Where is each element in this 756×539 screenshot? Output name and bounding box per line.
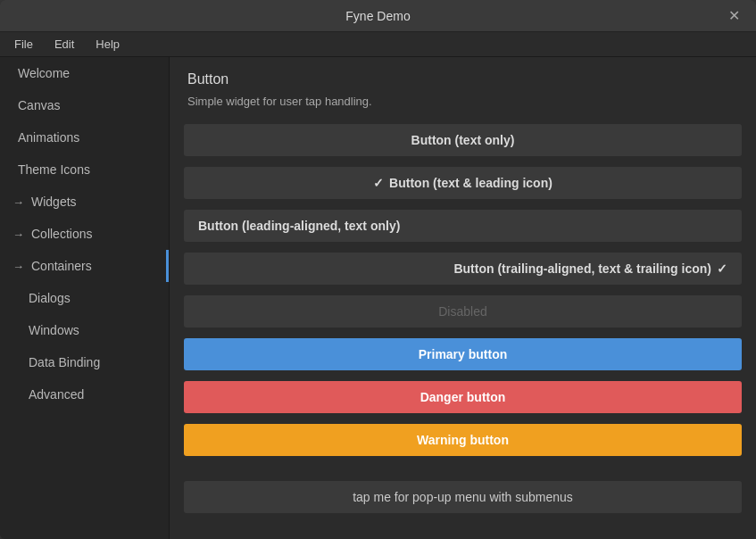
- sidebar: Welcome Canvas Animations Theme Icons → …: [0, 57, 170, 539]
- title-bar: Fyne Demo ✕: [0, 0, 756, 32]
- sidebar-item-collections[interactable]: → Collections: [0, 218, 169, 250]
- button-trailing-aligned[interactable]: Button (trailing-aligned, text & trailin…: [184, 253, 742, 285]
- sidebar-item-label: Containers: [31, 259, 92, 273]
- menu-bar: File Edit Help: [0, 32, 756, 57]
- button-row-danger: Danger button: [170, 376, 756, 419]
- button-row-trailing-aligned: Button (trailing-aligned, text & trailin…: [170, 247, 756, 290]
- sidebar-item-label: Canvas: [18, 98, 60, 112]
- button-row-popup: tap me for pop-up menu with submenus: [170, 476, 756, 518]
- sidebar-item-welcome[interactable]: Welcome: [0, 57, 169, 89]
- menu-edit[interactable]: Edit: [51, 36, 78, 53]
- sidebar-item-containers[interactable]: → Containers: [0, 250, 169, 282]
- button-row-disabled: Disabled: [170, 290, 756, 333]
- sidebar-item-data-binding[interactable]: Data Binding: [0, 346, 169, 378]
- close-button[interactable]: ✕: [723, 5, 745, 26]
- sidebar-item-label: Advanced: [29, 387, 84, 402]
- content-area: Welcome Canvas Animations Theme Icons → …: [0, 57, 756, 539]
- menu-help[interactable]: Help: [92, 36, 123, 53]
- sidebar-item-label: Animations: [18, 130, 79, 145]
- sidebar-item-label: Widgets: [31, 195, 77, 209]
- button-warning[interactable]: Warning button: [184, 424, 742, 456]
- button-row-text-leading: ✓ Button (text & leading icon): [170, 162, 756, 204]
- button-label: Button (text & leading icon): [389, 176, 552, 190]
- sidebar-item-dialogs[interactable]: Dialogs: [0, 282, 169, 314]
- sidebar-item-animations[interactable]: Animations: [0, 121, 169, 153]
- button-label: Button (trailing-aligned, text & trailin…: [453, 261, 711, 276]
- checkmark-icon: ✓: [717, 261, 727, 276]
- button-popup[interactable]: tap me for pop-up menu with submenus: [184, 481, 742, 513]
- button-leading-aligned[interactable]: Button (leading-aligned, text only): [184, 210, 742, 242]
- page-description: Simple widget for user tap handling.: [170, 95, 756, 119]
- button-text-leading[interactable]: ✓ Button (text & leading icon): [184, 167, 742, 199]
- menu-file[interactable]: File: [11, 36, 37, 53]
- button-row-primary: Primary button: [170, 333, 756, 376]
- sidebar-item-label: Welcome: [18, 66, 70, 80]
- main-content: Button Simple widget for user tap handli…: [170, 57, 756, 539]
- button-disabled: Disabled: [184, 295, 742, 328]
- sidebar-item-widgets[interactable]: → Widgets: [0, 186, 169, 218]
- window-title: Fyne Demo: [345, 9, 410, 23]
- arrow-icon: →: [12, 195, 24, 209]
- arrow-icon: →: [12, 260, 24, 273]
- sidebar-item-theme-icons[interactable]: Theme Icons: [0, 153, 169, 186]
- spacer: [170, 461, 756, 476]
- arrow-icon: →: [12, 228, 24, 241]
- button-row-leading-aligned: Button (leading-aligned, text only): [170, 204, 756, 247]
- button-primary[interactable]: Primary button: [184, 338, 742, 370]
- sidebar-item-label: Theme Icons: [18, 162, 90, 177]
- app-window: Fyne Demo ✕ File Edit Help Welcome Canva…: [0, 0, 756, 539]
- sidebar-item-label: Data Binding: [29, 355, 100, 369]
- page-title: Button: [170, 57, 756, 95]
- sidebar-item-label: Dialogs: [29, 291, 71, 305]
- checkmark-icon: ✓: [373, 176, 384, 190]
- sidebar-item-canvas[interactable]: Canvas: [0, 89, 169, 121]
- button-text-only[interactable]: Button (text only): [184, 124, 742, 156]
- sidebar-item-label: Collections: [31, 227, 92, 241]
- button-row-warning: Warning button: [170, 419, 756, 461]
- button-row-text-only: Button (text only): [170, 119, 756, 162]
- sidebar-item-windows[interactable]: Windows: [0, 314, 169, 346]
- sidebar-item-label: Windows: [29, 323, 79, 337]
- sidebar-item-advanced[interactable]: Advanced: [0, 378, 169, 410]
- button-danger[interactable]: Danger button: [184, 381, 742, 413]
